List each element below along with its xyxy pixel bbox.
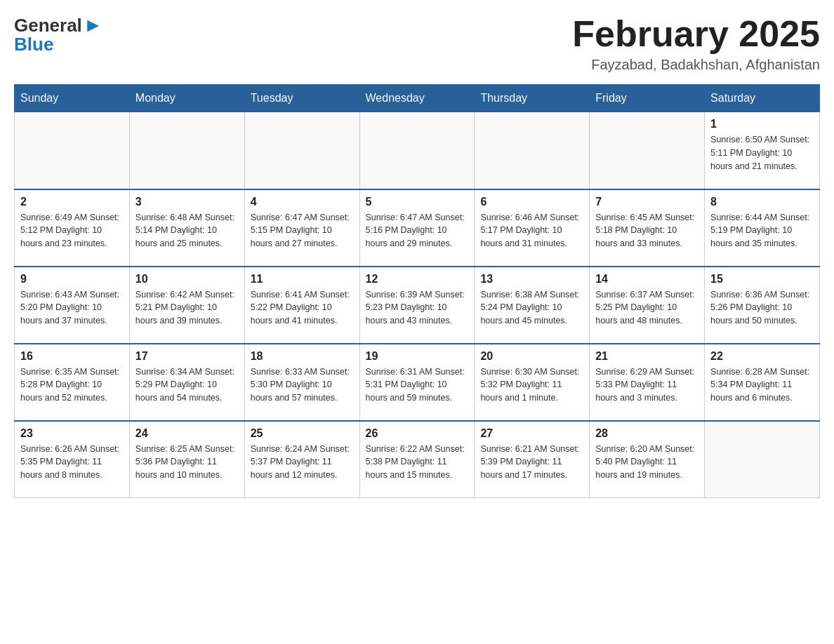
logo: General ► Blue	[14, 14, 103, 55]
day-number: 2	[20, 196, 124, 208]
day-number: 28	[595, 427, 699, 440]
day-number: 21	[595, 350, 699, 363]
table-row: 2Sunrise: 6:49 AM Sunset: 5:12 PM Daylig…	[15, 189, 130, 267]
table-row: 23Sunrise: 6:26 AM Sunset: 5:35 PM Dayli…	[15, 421, 130, 498]
table-row	[359, 112, 475, 189]
day-info: Sunrise: 6:20 AM Sunset: 5:40 PM Dayligh…	[595, 443, 699, 482]
table-row: 14Sunrise: 6:37 AM Sunset: 5:25 PM Dayli…	[590, 267, 705, 344]
table-row: 27Sunrise: 6:21 AM Sunset: 5:39 PM Dayli…	[475, 421, 590, 498]
calendar-week-1: 1Sunrise: 6:50 AM Sunset: 5:11 PM Daylig…	[15, 112, 820, 189]
header-wednesday: Wednesday	[359, 85, 475, 112]
table-row: 16Sunrise: 6:35 AM Sunset: 5:28 PM Dayli…	[15, 344, 130, 421]
day-number: 16	[20, 350, 124, 363]
logo-arrow-icon: ►	[84, 14, 103, 36]
table-row: 3Sunrise: 6:48 AM Sunset: 5:14 PM Daylig…	[129, 189, 244, 267]
page-header: General ► Blue February 2025 Fayzabad, B…	[14, 14, 820, 73]
day-number: 10	[135, 273, 239, 286]
table-row: 21Sunrise: 6:29 AM Sunset: 5:33 PM Dayli…	[590, 344, 705, 421]
day-number: 12	[366, 273, 469, 286]
day-number: 20	[480, 350, 583, 363]
day-number: 14	[595, 273, 699, 286]
day-info: Sunrise: 6:37 AM Sunset: 5:25 PM Dayligh…	[595, 288, 699, 328]
day-info: Sunrise: 6:36 AM Sunset: 5:26 PM Dayligh…	[710, 288, 814, 328]
table-row: 8Sunrise: 6:44 AM Sunset: 5:19 PM Daylig…	[705, 189, 820, 267]
table-row: 1Sunrise: 6:50 AM Sunset: 5:11 PM Daylig…	[705, 112, 820, 189]
day-info: Sunrise: 6:31 AM Sunset: 5:31 PM Dayligh…	[366, 365, 469, 405]
day-info: Sunrise: 6:46 AM Sunset: 5:17 PM Dayligh…	[480, 211, 583, 250]
calendar-week-2: 2Sunrise: 6:49 AM Sunset: 5:12 PM Daylig…	[15, 189, 820, 267]
day-number: 27	[480, 427, 583, 440]
day-info: Sunrise: 6:42 AM Sunset: 5:21 PM Dayligh…	[135, 288, 239, 328]
table-row	[15, 112, 130, 189]
calendar-title: February 2025	[572, 14, 820, 54]
day-number: 23	[20, 427, 124, 440]
table-row: 22Sunrise: 6:28 AM Sunset: 5:34 PM Dayli…	[705, 344, 820, 421]
day-info: Sunrise: 6:47 AM Sunset: 5:16 PM Dayligh…	[366, 211, 469, 250]
day-number: 3	[135, 196, 239, 208]
header-saturday: Saturday	[705, 85, 820, 112]
day-info: Sunrise: 6:38 AM Sunset: 5:24 PM Dayligh…	[480, 288, 583, 328]
table-row: 6Sunrise: 6:46 AM Sunset: 5:17 PM Daylig…	[475, 189, 590, 267]
day-number: 1	[710, 118, 814, 130]
table-row: 12Sunrise: 6:39 AM Sunset: 5:23 PM Dayli…	[359, 267, 475, 344]
table-row: 20Sunrise: 6:30 AM Sunset: 5:32 PM Dayli…	[475, 344, 590, 421]
table-row	[590, 112, 705, 189]
table-row: 15Sunrise: 6:36 AM Sunset: 5:26 PM Dayli…	[705, 267, 820, 344]
day-info: Sunrise: 6:39 AM Sunset: 5:23 PM Dayligh…	[366, 288, 469, 328]
day-number: 5	[366, 196, 469, 208]
title-section: February 2025 Fayzabad, Badakhshan, Afgh…	[572, 14, 820, 73]
day-number: 24	[135, 427, 239, 440]
table-row: 19Sunrise: 6:31 AM Sunset: 5:31 PM Dayli…	[359, 344, 475, 421]
day-info: Sunrise: 6:34 AM Sunset: 5:29 PM Dayligh…	[135, 365, 239, 405]
table-row: 13Sunrise: 6:38 AM Sunset: 5:24 PM Dayli…	[475, 267, 590, 344]
table-row: 5Sunrise: 6:47 AM Sunset: 5:16 PM Daylig…	[359, 189, 475, 267]
table-row: 4Sunrise: 6:47 AM Sunset: 5:15 PM Daylig…	[244, 189, 359, 267]
day-info: Sunrise: 6:43 AM Sunset: 5:20 PM Dayligh…	[20, 288, 124, 328]
day-number: 17	[135, 350, 239, 363]
day-info: Sunrise: 6:47 AM Sunset: 5:15 PM Dayligh…	[251, 211, 354, 250]
day-number: 8	[710, 196, 814, 208]
table-row	[475, 112, 590, 189]
day-info: Sunrise: 6:26 AM Sunset: 5:35 PM Dayligh…	[20, 443, 124, 482]
calendar-week-5: 23Sunrise: 6:26 AM Sunset: 5:35 PM Dayli…	[15, 421, 820, 498]
day-number: 11	[251, 273, 354, 286]
day-number: 15	[710, 273, 814, 286]
day-info: Sunrise: 6:50 AM Sunset: 5:11 PM Dayligh…	[710, 133, 814, 173]
header-monday: Monday	[129, 85, 244, 112]
table-row	[705, 421, 820, 498]
day-number: 19	[366, 350, 469, 363]
table-row: 18Sunrise: 6:33 AM Sunset: 5:30 PM Dayli…	[244, 344, 359, 421]
day-info: Sunrise: 6:41 AM Sunset: 5:22 PM Dayligh…	[251, 288, 354, 328]
day-number: 7	[595, 196, 699, 208]
day-info: Sunrise: 6:28 AM Sunset: 5:34 PM Dayligh…	[710, 365, 814, 405]
table-row: 17Sunrise: 6:34 AM Sunset: 5:29 PM Dayli…	[129, 344, 244, 421]
day-info: Sunrise: 6:25 AM Sunset: 5:36 PM Dayligh…	[135, 443, 239, 482]
calendar-table: Sunday Monday Tuesday Wednesday Thursday…	[14, 84, 820, 498]
table-row: 26Sunrise: 6:22 AM Sunset: 5:38 PM Dayli…	[359, 421, 475, 498]
day-info: Sunrise: 6:49 AM Sunset: 5:12 PM Dayligh…	[20, 211, 124, 250]
day-number: 22	[710, 350, 814, 363]
header-tuesday: Tuesday	[244, 85, 359, 112]
calendar-subtitle: Fayzabad, Badakhshan, Afghanistan	[572, 57, 820, 73]
day-info: Sunrise: 6:35 AM Sunset: 5:28 PM Dayligh…	[20, 365, 124, 405]
day-number: 9	[20, 273, 124, 286]
day-number: 18	[251, 350, 354, 363]
day-info: Sunrise: 6:21 AM Sunset: 5:39 PM Dayligh…	[480, 443, 583, 482]
day-info: Sunrise: 6:33 AM Sunset: 5:30 PM Dayligh…	[251, 365, 354, 405]
header-sunday: Sunday	[15, 85, 130, 112]
table-row: 10Sunrise: 6:42 AM Sunset: 5:21 PM Dayli…	[129, 267, 244, 344]
day-number: 25	[251, 427, 354, 440]
day-info: Sunrise: 6:48 AM Sunset: 5:14 PM Dayligh…	[135, 211, 239, 250]
day-number: 13	[480, 273, 583, 286]
calendar-week-3: 9Sunrise: 6:43 AM Sunset: 5:20 PM Daylig…	[15, 267, 820, 344]
table-row: 25Sunrise: 6:24 AM Sunset: 5:37 PM Dayli…	[244, 421, 359, 498]
day-info: Sunrise: 6:29 AM Sunset: 5:33 PM Dayligh…	[595, 365, 699, 405]
header-thursday: Thursday	[475, 85, 590, 112]
day-number: 6	[480, 196, 583, 208]
logo-general-text: General	[14, 15, 82, 36]
header-friday: Friday	[590, 85, 705, 112]
table-row: 11Sunrise: 6:41 AM Sunset: 5:22 PM Dayli…	[244, 267, 359, 344]
day-number: 4	[251, 196, 354, 208]
day-info: Sunrise: 6:22 AM Sunset: 5:38 PM Dayligh…	[366, 443, 469, 482]
day-info: Sunrise: 6:44 AM Sunset: 5:19 PM Dayligh…	[710, 211, 814, 250]
